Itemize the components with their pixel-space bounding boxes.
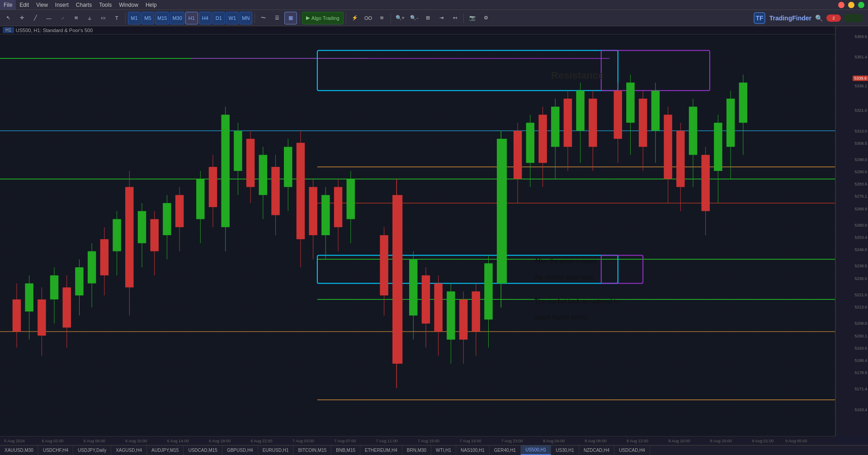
svg-rect-41 [113,219,121,251]
tab-usdcad-m15[interactable]: USDCAD,M15 [184,446,222,455]
tf-w1[interactable]: W1 [226,12,239,24]
chart-line[interactable]: 〜 [257,12,270,24]
channel-tool[interactable]: ⫝ [83,12,96,24]
tab-bnb-m15[interactable]: BNB,M15 [331,446,360,455]
time-label-15: 8 Aug 12:00 [627,439,648,443]
chart-area[interactable]: H1 US500, H1: Standard & Poor's 500 [0,26,835,436]
tf-h1[interactable]: H1 [185,12,198,24]
indicator-btn[interactable]: ⚡ [349,12,361,24]
tab-eurusd-h1[interactable]: EURUSD,H1 [258,446,294,455]
svg-rect-101 [526,123,534,163]
svg-rect-37 [88,251,96,284]
svg-rect-59 [234,131,242,171]
svg-rect-65 [271,167,279,215]
tab-usdjpy-daily[interactable]: USDJPY,Daily [73,446,111,455]
algo-trading-button[interactable]: ▶ Algo Trading [302,12,344,24]
toolbar: ↖ ✛ ╱ — ⟋ ≋ ⫝ ▭ T M1 M5 M15 M30 H1 H4 D1… [0,10,868,26]
menu-bar: File Edit View Insert Charts Tools Windo… [0,0,868,10]
notification-count: 2 [832,16,835,20]
crosshair-tool[interactable]: ✛ [15,12,28,24]
chart-status: H1 US500, H1: Standard & Poor's 500 [0,26,835,34]
menu-edit[interactable]: Edit [16,0,33,9]
time-label-5: 6 Aug 18:00 [209,439,231,443]
tf-d1[interactable]: D1 [212,12,225,24]
tab-xauusd-m30[interactable]: XAUUSD,M30 [0,446,38,455]
svg-rect-105 [551,107,559,147]
svg-rect-113 [614,90,622,139]
svg-rect-79 [380,235,388,295]
menu-tools[interactable]: Tools [95,0,115,9]
objects-btn[interactable]: OO [362,12,375,24]
trendline-tool[interactable]: ⟋ [56,12,69,24]
chart-bar[interactable]: ☰ [271,12,283,24]
account-status [844,14,863,22]
scroll-right[interactable]: ⇥ [435,12,448,24]
tf-mn[interactable]: MN [240,12,252,24]
template-btn[interactable]: ⚙ [480,12,492,24]
chart-period[interactable]: ≋ [376,12,388,24]
tab-nzdcad-h4[interactable]: NZDCAD,H4 [579,446,614,455]
tab-audjpy-m15[interactable]: AUDJPY,M15 [147,446,184,455]
resistance-text: Resistance [551,70,604,81]
tab-us500-h1[interactable]: US500,H1 [521,446,551,455]
tab-us30-h1[interactable]: US30,H1 [551,446,579,455]
svg-rect-47 [150,219,158,251]
menu-help[interactable]: Help [142,0,160,9]
tf-m15[interactable]: M15 [155,12,169,24]
svg-rect-43 [125,187,133,287]
svg-rect-77 [347,179,355,219]
zoom-in-btn[interactable]: 🔍+ [393,12,407,24]
tf-m5[interactable]: M5 [142,12,154,24]
menu-charts[interactable]: Charts [72,0,95,9]
svg-rect-95 [484,263,492,319]
svg-rect-31 [50,275,58,299]
annotation-text-2: the central pivot level [534,274,594,281]
tab-ger40-h1[interactable]: GER40,H1 [490,446,521,455]
tab-usdchf-h4[interactable]: USDCHF,H4 [38,446,73,455]
svg-rect-121 [664,115,672,179]
svg-rect-83 [409,259,417,315]
tab-usdcad-h4[interactable]: USDCAD,H4 [614,446,650,455]
shapes-tool[interactable]: ▭ [97,12,109,24]
time-label-9: 7 Aug 11:00 [376,439,398,443]
svg-rect-123 [676,131,684,187]
tab-brn-m30[interactable]: BRN,M30 [402,446,431,455]
annotation-text-1: After the price crosses [534,257,597,265]
svg-rect-103 [538,115,547,163]
price-5193: 5193.6 [854,346,867,351]
screenshot-btn[interactable]: 📷 [466,12,479,24]
horizontal-tool[interactable]: — [42,12,55,24]
svg-rect-63 [259,155,267,195]
line-tool[interactable]: ╱ [29,12,42,24]
scroll-left[interactable]: ↤ [448,12,461,24]
text-tool[interactable]: T [110,12,123,24]
tf-m30[interactable]: M30 [170,12,184,24]
minimize-button[interactable] [848,2,854,8]
svg-rect-71 [309,187,317,235]
svg-rect-97 [497,139,507,284]
tab-wti-h1[interactable]: WTI,H1 [431,446,456,455]
search-icon[interactable]: 🔍 [815,14,823,22]
grid-btn[interactable]: ⊞ [421,12,434,24]
menu-insert[interactable]: Insert [52,0,72,9]
zoom-out-btn[interactable]: 🔍- [408,12,420,24]
chart-candle[interactable]: ▦ [284,12,297,24]
tab-bitcoin-m15[interactable]: BITCOIN,M15 [293,446,331,455]
svg-rect-131 [726,99,735,147]
fibonacci-tool[interactable]: ≋ [70,12,82,24]
svg-rect-127 [701,155,709,211]
cursor-tool[interactable]: ↖ [2,12,14,24]
menu-window[interactable]: Window [115,0,142,9]
tab-xagusd-h4[interactable]: XAGUSD,H4 [111,446,147,455]
tf-m1[interactable]: M1 [128,12,141,24]
menu-file[interactable]: File [0,0,16,9]
close-button[interactable] [838,2,844,8]
price-5336: 5336.1 [854,84,867,88]
tab-gbpusd-h4[interactable]: GBPUSD,H4 [222,446,258,455]
tab-ethereum-h4[interactable]: ETHEREUM,H4 [360,446,402,455]
tab-nas100-h1[interactable]: NAS100,H1 [456,446,490,455]
maximize-button[interactable] [858,2,864,8]
tf-h4[interactable]: H4 [199,12,212,24]
svg-rect-117 [639,99,647,147]
menu-view[interactable]: View [33,0,52,9]
